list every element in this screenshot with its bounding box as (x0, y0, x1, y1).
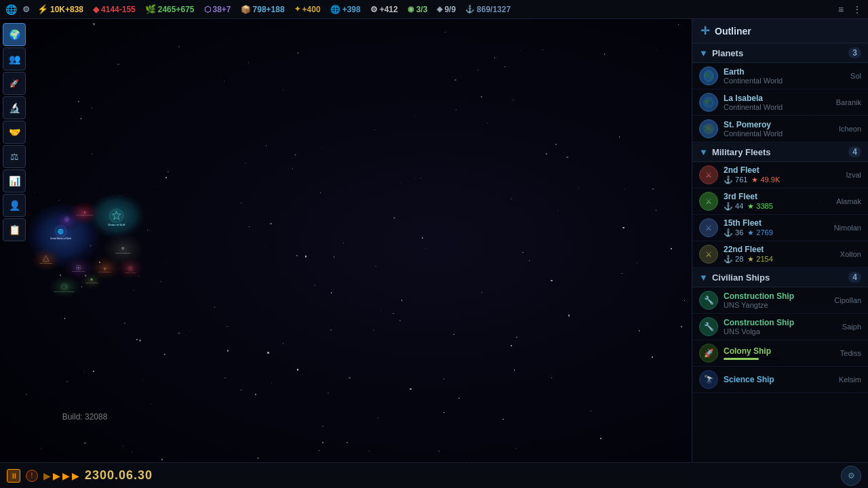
territory-serene-gwestor[interactable] (50, 276, 80, 298)
extra-menu-button[interactable]: ⋮ (850, 3, 864, 16)
civilian-ships-label: Civilian Ships (712, 272, 770, 283)
naval-value: 869/1327 (477, 5, 511, 14)
svg-point-56 (130, 268, 132, 270)
resource-stability[interactable]: ◉ 3/3 (404, 2, 431, 17)
sidebar-item-empire[interactable]: 🌍 (3, 23, 26, 46)
sidebar-item-situation[interactable]: 📋 (3, 218, 26, 241)
sidebar-item-factions[interactable]: ⚖ (3, 145, 26, 168)
colony-ship-icon: 🚀 (704, 348, 714, 358)
science-ship-icon-container: 🔭 (699, 370, 718, 389)
sidebar-item-populations[interactable]: 👥 (3, 47, 26, 70)
svg-point-72 (709, 76, 711, 79)
sidebar-item-research[interactable]: 🔬 (3, 96, 26, 119)
svg-text:Din Confederation: Din Confederation (98, 271, 111, 272)
fleet-sword-icon: ⚔ (705, 171, 712, 180)
svg-point-65 (85, 275, 87, 277)
earth-info: Earth Continental World (724, 67, 845, 85)
svg-point-18 (8, 287, 9, 287)
svg-point-12 (149, 209, 149, 210)
3rd-fleet-location: Alamak (836, 197, 861, 205)
planets-label: Planets (712, 48, 743, 58)
fleet-item-15th[interactable]: ⚔ 15th Fleet ⚓ 36 ★ 2769 Nimolan (692, 215, 868, 241)
hamburger-menu-button[interactable]: ≡ (834, 3, 848, 16)
svg-text:🌐: 🌐 (58, 228, 64, 235)
planet-item-st-pomeroy[interactable]: St. Pomeroy Continental World Icheon (692, 116, 868, 142)
resource-alloys[interactable]: ⬡ 38+7 (201, 2, 235, 17)
consumer-goods-icon: 📦 (241, 5, 251, 14)
food-value: 2465+675 (158, 5, 195, 14)
civilian-chevron-icon: ▼ (699, 272, 708, 283)
22nd-fleet-name: 22nd Fleet (724, 245, 835, 254)
sidebar-item-leaders[interactable]: 👤 (3, 194, 26, 217)
svg-text:Paz-Crecian Corporation: Paz-Crecian Corporation (77, 214, 94, 216)
svg-text:Union of Zuif: Union of Zuif (108, 223, 125, 226)
section-header-military-fleets[interactable]: ▼ Military Fleets 4 (692, 142, 868, 162)
planet-item-la-isabela[interactable]: La Isabela Continental World Baranik (692, 89, 868, 116)
ship-item-uns-volga[interactable]: 🔧 Construction Ship UNS Volga Saiph (692, 314, 868, 340)
svg-point-16 (26, 278, 26, 279)
uns-yangtze-subtitle: UNS Yangtze (724, 301, 829, 309)
fleet-sword-icon-3: ⚔ (705, 224, 712, 232)
sidebar-item-economy[interactable]: 📊 (3, 169, 26, 192)
tech-tree-button[interactable]: ⚙ (841, 466, 861, 486)
speed-indicator: ▶ ▶ ▶ ▶ (43, 470, 79, 481)
ship-item-uns-yangtze[interactable]: 🔧 Construction Ship UNS Yangtze Cipollan (692, 287, 868, 314)
2nd-fleet-power: ★ 49.9K (751, 176, 780, 184)
resource-food[interactable]: 🌿 2465+675 (142, 2, 198, 17)
3rd-fleet-info: 3rd Fleet ⚓ 44 ★ 3385 (724, 192, 831, 211)
energy-icon: ⚡ (37, 4, 48, 14)
15th-fleet-info: 15th Fleet ⚓ 36 ★ 2769 (724, 218, 829, 237)
resource-consumer-goods[interactable]: 📦 798+188 (237, 2, 288, 17)
resource-unity[interactable]: ✦ +400 (291, 2, 324, 17)
2nd-fleet-location: Izval (846, 171, 861, 179)
starbases-value: 9/9 (444, 5, 456, 14)
resource-energy[interactable]: ⚡ 10K+838 (34, 2, 87, 17)
speed-arrow-4[interactable]: ▶ (72, 470, 79, 481)
speed-arrow-2[interactable]: ▶ (53, 470, 60, 481)
fleet-item-22nd[interactable]: ⚔ 22nd Fleet ⚓ 28 ★ 2154 Xolton (692, 241, 868, 268)
22nd-fleet-location: Xolton (840, 250, 861, 258)
3rd-fleet-power: ★ 3385 (747, 202, 773, 211)
alert-indicator[interactable]: ! (26, 470, 38, 482)
resource-minerals[interactable]: ◆ 4144-155 (90, 2, 139, 17)
pause-button[interactable]: ⏸ (7, 469, 20, 483)
22nd-fleet-power: ★ 2154 (747, 255, 773, 264)
speed-arrow-1[interactable]: ▶ (43, 470, 51, 481)
settings-menu-button[interactable]: ⚙ (21, 2, 31, 17)
speed-arrow-3[interactable]: ▶ (62, 470, 70, 481)
uns-yangtze-name: Construction Ship (724, 291, 829, 301)
fleet-item-3rd[interactable]: ⚔ 3rd Fleet ⚓ 44 ★ 3385 Alamak (692, 188, 868, 215)
construction-ship-icon: 🔧 (704, 296, 714, 305)
uns-volga-subtitle: UNS Volga (724, 327, 837, 336)
uns-volga-icon: 🔧 (699, 317, 718, 336)
planet-item-earth[interactable]: Earth Continental World Sol (692, 63, 868, 89)
ship-item-science[interactable]: 🔭 Science Ship Kelsim (692, 367, 868, 393)
svg-text:Dabbex Ancients: Dabbex Ancients (125, 272, 137, 273)
military-fleets-section-title: ▼ Military Fleets (699, 147, 771, 157)
st-pomeroy-location: Icheon (839, 125, 861, 133)
sidebar-item-diplomacy[interactable]: 🤝 (3, 121, 26, 144)
food-icon: 🌿 (145, 4, 156, 14)
resource-starbases[interactable]: ◈ 9/9 (433, 2, 459, 17)
colony-ship-icon-container: 🚀 (699, 344, 718, 363)
planets-count: 3 (848, 47, 861, 58)
military-fleets-count: 4 (848, 146, 861, 157)
territory-gok-protectors[interactable] (33, 248, 60, 270)
resource-influence[interactable]: 🌐 +398 (327, 2, 364, 17)
empire-chalcidian[interactable] (64, 217, 69, 222)
svg-point-75 (709, 102, 712, 105)
resource-amenities[interactable]: ⚙ +412 (367, 2, 401, 17)
section-header-civilian-ships[interactable]: ▼ Civilian Ships 4 (692, 268, 868, 287)
territory-dabbex-ancients[interactable] (117, 258, 143, 278)
ship-item-colony[interactable]: 🚀 Colony Ship Tediss (692, 340, 868, 367)
sidebar-item-fleets[interactable]: 🚀 (3, 72, 26, 95)
uns-yangtze-info: Construction Ship UNS Yangtze (724, 291, 829, 309)
empire-menu-button[interactable]: 🌐 (4, 2, 18, 17)
resource-naval-capacity[interactable]: ⚓ 869/1327 (462, 2, 514, 17)
game-date: 2300.06.30 (85, 468, 153, 483)
section-header-planets[interactable]: ▼ Planets 3 (692, 43, 868, 63)
alloys-icon: ⬡ (204, 5, 211, 14)
15th-fleet-name: 15th Fleet (724, 218, 829, 228)
2nd-fleet-icon: ⚔ (699, 165, 718, 184)
fleet-item-2nd[interactable]: ⚔ 2nd Fleet ⚓ 761 ★ 49.9K Izval (692, 162, 868, 188)
